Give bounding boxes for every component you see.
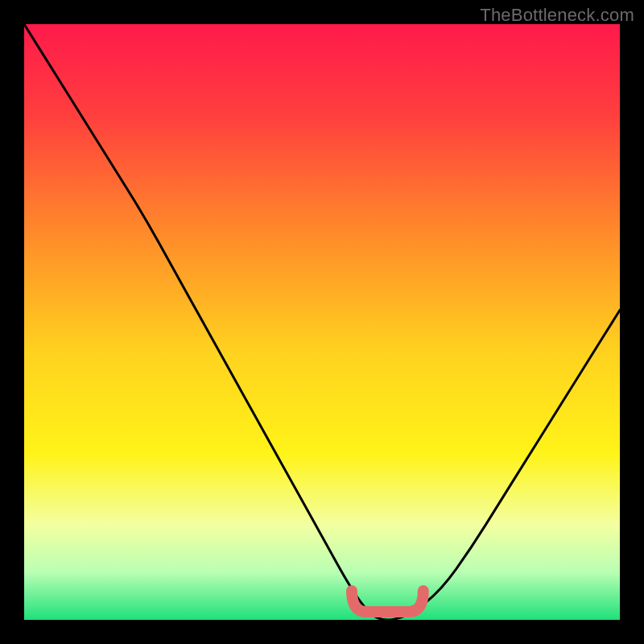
chart-stage: TheBottleneck.com <box>0 0 644 644</box>
watermark-text: TheBottleneck.com <box>480 5 634 26</box>
bottleneck-chart <box>24 24 620 620</box>
gradient-background <box>24 24 620 620</box>
